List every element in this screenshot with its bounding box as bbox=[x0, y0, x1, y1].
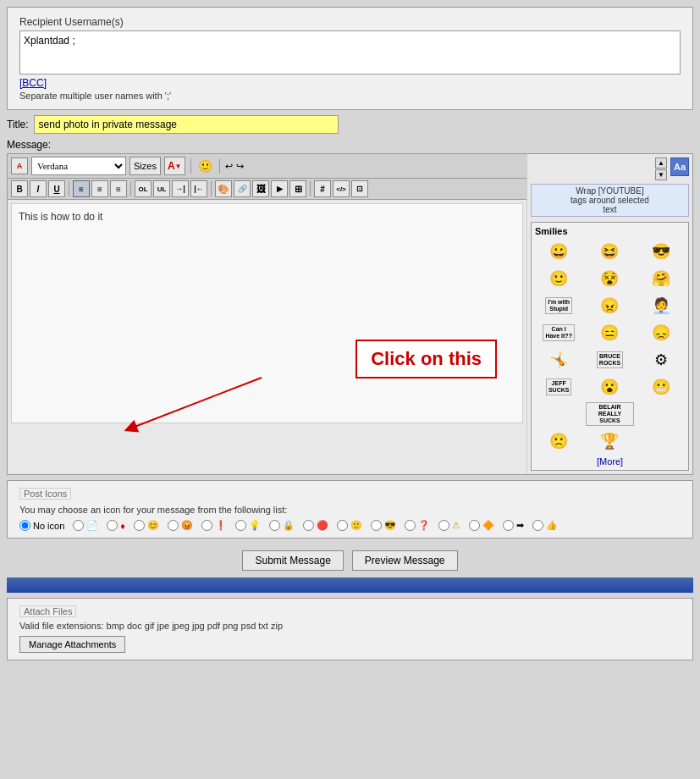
bcc-link[interactable]: [BCC] bbox=[19, 77, 47, 89]
icon-radio-9[interactable] bbox=[337, 520, 348, 531]
icon-option-1: 📄 bbox=[73, 520, 98, 531]
more-smilies-link[interactable]: [More] bbox=[535, 456, 685, 467]
smiley-18[interactable]: 😬 bbox=[637, 375, 685, 399]
sizes-button[interactable]: Sizes bbox=[130, 157, 161, 175]
wrap-youtube-btn[interactable]: Wrap [YOUTUBE]tags around selectedtext bbox=[531, 184, 689, 217]
recipient-input[interactable]: Xplantdad ; bbox=[19, 30, 681, 75]
icon-radio-6[interactable] bbox=[235, 520, 246, 531]
icon-radio-7[interactable] bbox=[269, 520, 280, 531]
icon-radio-12[interactable] bbox=[438, 520, 449, 531]
smiley-2[interactable]: 😆 bbox=[586, 240, 633, 263]
smiley-16[interactable]: JEFFSUCKS bbox=[535, 375, 582, 399]
message-label: Message: bbox=[7, 139, 693, 151]
icon-radio-no-icon[interactable] bbox=[19, 520, 30, 531]
attach-note: Valid file extensions: bmp doc gif jpe j… bbox=[19, 621, 681, 631]
smiley-9[interactable]: 🧑‍💼 bbox=[637, 294, 685, 318]
smiley-badge-2[interactable]: Can IHave It?? bbox=[543, 324, 575, 340]
smiley-7[interactable]: I'm withStupid bbox=[535, 294, 582, 318]
redo-button[interactable]: ↪ bbox=[236, 161, 244, 172]
align-center-button[interactable]: ≡ bbox=[91, 180, 108, 197]
align-right-button[interactable]: ≡ bbox=[110, 180, 127, 197]
icon-radio-11[interactable] bbox=[405, 520, 416, 531]
outdent-button[interactable]: |← bbox=[190, 180, 207, 197]
smiley-17[interactable]: 😮 bbox=[586, 375, 633, 399]
separator3 bbox=[69, 181, 69, 196]
italic-button[interactable]: I bbox=[30, 180, 47, 197]
icon-radio-3[interactable] bbox=[134, 520, 145, 531]
smiley-19[interactable] bbox=[535, 402, 582, 426]
icon-radio-14[interactable] bbox=[503, 520, 514, 531]
aa-button[interactable]: Aa bbox=[670, 157, 689, 176]
manage-attachments-button[interactable]: Manage Attachments bbox=[19, 636, 125, 653]
smiley-6[interactable]: 🤗 bbox=[637, 267, 685, 290]
color-button[interactable]: A ▼ bbox=[164, 157, 185, 175]
special-button[interactable]: ⊡ bbox=[351, 180, 368, 197]
icon-radio-15[interactable] bbox=[532, 520, 543, 531]
icon-option-11: ❓ bbox=[405, 520, 430, 531]
indent-button[interactable]: →| bbox=[172, 180, 189, 197]
smiley-12[interactable]: 😞 bbox=[637, 321, 685, 345]
submit-button[interactable]: Submit Message bbox=[242, 550, 343, 571]
editor-wrapper: This is how to do it Click on this bbox=[8, 203, 526, 423]
format-icon-btn[interactable]: A bbox=[11, 157, 28, 174]
icon-emoji-12: ⚠ bbox=[452, 520, 460, 531]
preview-button[interactable]: Preview Message bbox=[352, 550, 458, 571]
separator6 bbox=[310, 181, 311, 196]
ol-button[interactable]: OL bbox=[135, 180, 152, 197]
smiley-15[interactable]: ⚙ bbox=[637, 348, 685, 372]
underline-button[interactable]: U bbox=[48, 180, 65, 197]
icon-radio-10[interactable] bbox=[371, 520, 382, 531]
icon-radio-8[interactable] bbox=[303, 520, 314, 531]
separator1 bbox=[190, 158, 191, 174]
resize-up-btn[interactable]: ▲ bbox=[655, 157, 667, 169]
hash-button[interactable]: # bbox=[314, 180, 331, 197]
smiley-20[interactable]: BELAIRREALLY SUCKS bbox=[586, 402, 633, 426]
smiley-badge-4[interactable]: JEFFSUCKS bbox=[546, 378, 572, 395]
icon-option-4: 😡 bbox=[168, 520, 193, 531]
smiley-badge-1[interactable]: I'm withStupid bbox=[545, 297, 572, 313]
recipient-label: Recipient Username(s) bbox=[19, 16, 681, 28]
smiley-button[interactable]: 🙂 bbox=[196, 159, 214, 173]
editor-content-area[interactable]: This is how to do it Click on this bbox=[11, 203, 523, 423]
icon-radio-2[interactable] bbox=[107, 520, 118, 531]
bold-button[interactable]: B bbox=[11, 180, 28, 197]
icon-radio-1[interactable] bbox=[73, 520, 84, 531]
extra-button[interactable]: ⊞ bbox=[289, 180, 306, 197]
align-left-button[interactable]: ≡ bbox=[73, 180, 90, 197]
smiley-14[interactable]: BRUCEROCKS bbox=[586, 348, 633, 372]
code-button[interactable]: </> bbox=[333, 180, 350, 197]
smiley-1[interactable]: 😀 bbox=[535, 240, 582, 263]
toolbar-top: A Verdana Arial Times New Roman Sizes A … bbox=[8, 154, 526, 179]
smiley-11[interactable]: 😑 bbox=[586, 321, 633, 345]
link-button[interactable]: 🔗 bbox=[234, 180, 251, 197]
resize-down-btn[interactable]: ▼ bbox=[655, 169, 667, 180]
smiley-4[interactable]: 🙂 bbox=[535, 267, 582, 290]
smiley-3[interactable]: 😎 bbox=[637, 240, 685, 263]
smiley-23[interactable]: 🏆 bbox=[586, 429, 633, 453]
smiley-10[interactable]: Can IHave It?? bbox=[535, 321, 582, 345]
attach-files-section: Attach Files Valid file extensions: bmp … bbox=[7, 598, 693, 660]
smiley-24[interactable] bbox=[637, 429, 685, 453]
editor-left: A Verdana Arial Times New Roman Sizes A … bbox=[8, 154, 527, 474]
smiley-21[interactable] bbox=[637, 402, 685, 426]
image-button[interactable]: 🖼 bbox=[252, 180, 269, 197]
icon-radio-13[interactable] bbox=[469, 520, 480, 531]
title-input[interactable] bbox=[34, 115, 339, 134]
icon-emoji-14: ➡ bbox=[516, 520, 524, 531]
smiley-badge-3[interactable]: BRUCEROCKS bbox=[597, 351, 623, 367]
smiley-22[interactable]: 🙁 bbox=[535, 429, 582, 453]
icon-radio-4[interactable] bbox=[168, 520, 179, 531]
smiley-badge-5[interactable]: BELAIRREALLY SUCKS bbox=[586, 402, 633, 425]
icon-option-6: 💡 bbox=[235, 520, 261, 531]
smiley-8[interactable]: 😠 bbox=[586, 294, 633, 318]
click-on-this-box[interactable]: Click on this bbox=[356, 340, 497, 378]
icon-radio-5[interactable] bbox=[201, 520, 212, 531]
ul-button[interactable]: UL bbox=[153, 180, 170, 197]
smiley-5[interactable]: 😵 bbox=[586, 267, 633, 290]
undo-button[interactable]: ↩ bbox=[225, 161, 233, 172]
media-button[interactable]: ▶ bbox=[271, 180, 288, 197]
smiley-13[interactable]: 🤸 bbox=[535, 348, 582, 372]
paint-button[interactable]: 🎨 bbox=[215, 180, 232, 197]
icon-emoji-4: 😡 bbox=[181, 520, 193, 531]
font-select[interactable]: Verdana Arial Times New Roman bbox=[31, 157, 126, 175]
